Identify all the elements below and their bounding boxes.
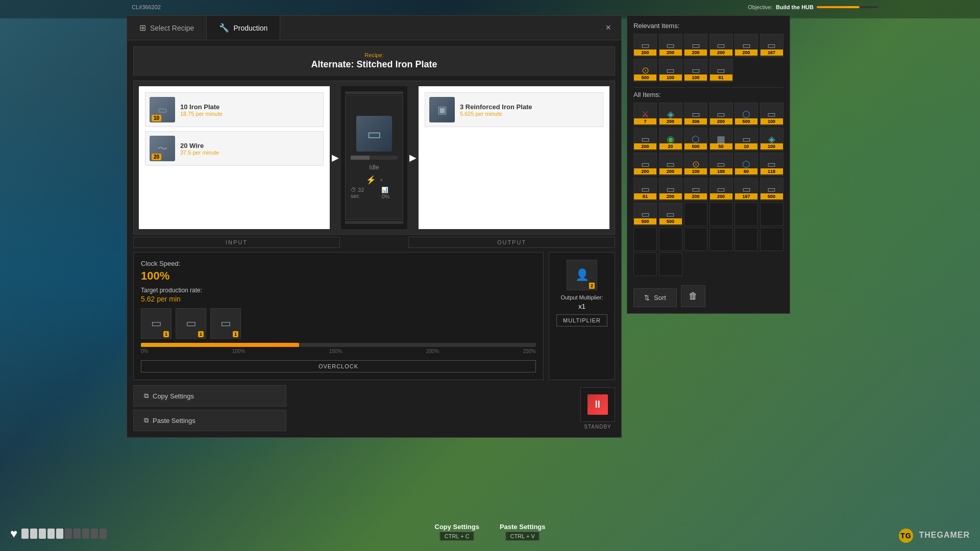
relevant-items-grid: ▭200 ▭200 ▭200 ▭200 ▭200 ▭167 ⊙500 ▭100 … bbox=[633, 34, 783, 82]
clock-item-icon-3: ▭ bbox=[220, 317, 231, 330]
item-count: 200 bbox=[634, 168, 656, 174]
objective-label: Objective: bbox=[748, 4, 773, 10]
list-item-empty bbox=[684, 203, 707, 226]
item-count: 108 bbox=[710, 168, 732, 174]
health-bar-5 bbox=[56, 529, 63, 539]
time-icon: ⏱ bbox=[351, 187, 356, 193]
copy-icon: ⧉ bbox=[144, 392, 149, 400]
list-item[interactable]: ▭200 bbox=[709, 178, 733, 201]
clock-slider-container: 0% 100% 150% 200% 250% bbox=[141, 343, 536, 354]
multiplier-button[interactable]: MULTIPLIER bbox=[556, 314, 607, 327]
list-item[interactable]: ⬡60 bbox=[734, 153, 758, 176]
list-item[interactable]: ▭108 bbox=[709, 153, 733, 176]
item-count: 200 bbox=[659, 118, 682, 124]
copy-settings-button[interactable]: ⧉ Copy Settings bbox=[133, 385, 286, 407]
slider-labels: 0% 100% 150% 200% 250% bbox=[141, 348, 536, 354]
arrow-right-btn[interactable]: ▶ bbox=[407, 150, 419, 165]
list-item[interactable]: ◈200 bbox=[659, 103, 682, 126]
list-item[interactable]: ▭200 bbox=[684, 34, 707, 57]
recipe-header: Recipe: Alternate: Stitched Iron Plate bbox=[133, 46, 615, 76]
health-bar-10 bbox=[100, 529, 107, 539]
machine-progress-fill bbox=[351, 156, 370, 160]
tab-production[interactable]: 🔧 Production bbox=[207, 16, 280, 40]
reinforced-plate-icon: ▣ bbox=[437, 104, 447, 116]
prod-rate-unit: per min bbox=[157, 295, 181, 303]
clock-item-1: ▭ 1 bbox=[141, 308, 172, 339]
list-item[interactable]: ▭100 bbox=[659, 59, 682, 82]
trash-button[interactable]: 🗑 bbox=[681, 285, 705, 307]
dialog-tabs: ⊞ Select Recipe 🔧 Production × bbox=[127, 16, 621, 40]
multiplier-count: 2 bbox=[589, 283, 595, 289]
health-icon: ♥ bbox=[10, 527, 17, 541]
health-bar-7 bbox=[74, 529, 81, 539]
list-item[interactable]: ▭200 bbox=[633, 153, 657, 176]
item-count: 200 bbox=[735, 49, 757, 56]
dialog-content: Recipe: Alternate: Stitched Iron Plate ▭… bbox=[127, 40, 621, 437]
paste-settings-button[interactable]: ⧉ Paste Settings bbox=[133, 410, 286, 431]
recipe-label: Recipe: bbox=[139, 52, 609, 58]
item-count: 81 bbox=[710, 74, 732, 81]
list-item[interactable]: ▭500 bbox=[659, 203, 682, 226]
list-item[interactable]: ▭500 bbox=[633, 203, 657, 226]
list-item[interactable]: ▭200 bbox=[659, 178, 682, 201]
output-section: ▣ 3 Reinforced Iron Plate 5.625 per minu… bbox=[419, 86, 609, 229]
list-item[interactable]: ⚔7 bbox=[633, 103, 657, 126]
objective-progress-fill bbox=[817, 6, 860, 8]
item-count: 100 bbox=[684, 168, 707, 174]
health-bar-4 bbox=[47, 529, 55, 539]
list-item[interactable]: ▭306 bbox=[684, 103, 707, 126]
machine-item-icon: ▭ bbox=[367, 125, 381, 143]
list-item[interactable]: ⊙100 bbox=[684, 153, 707, 176]
machine-body: ▭ Idle ⚡ ⏱ 32 sec bbox=[345, 95, 403, 220]
clock-label: Clock Speed: bbox=[141, 260, 536, 267]
machine-efficiency-value: 0% bbox=[381, 193, 389, 199]
list-item[interactable]: ▭167 bbox=[760, 34, 783, 57]
list-item[interactable]: ▭200 bbox=[709, 103, 733, 126]
list-item[interactable]: ▭81 bbox=[709, 59, 733, 82]
clock-item-icon-1: ▭ bbox=[151, 317, 162, 330]
list-item[interactable]: ▦50 bbox=[709, 128, 733, 151]
list-item[interactable]: ▭200 bbox=[659, 34, 682, 57]
item-count: 500 bbox=[634, 74, 656, 81]
list-item[interactable]: ▭167 bbox=[734, 178, 758, 201]
list-item[interactable]: ▭200 bbox=[684, 178, 707, 201]
list-item[interactable]: ▭100 bbox=[684, 59, 707, 82]
close-button[interactable]: × bbox=[595, 16, 621, 40]
health-bar-6 bbox=[65, 529, 72, 539]
machine-spacer bbox=[341, 237, 407, 248]
list-item[interactable]: ▭118 bbox=[760, 153, 783, 176]
efficiency-icon: 📊 bbox=[381, 187, 388, 193]
sort-button[interactable]: ⇅ Sort bbox=[633, 288, 677, 307]
tab-select-recipe[interactable]: ⊞ Select Recipe bbox=[127, 16, 207, 40]
list-item[interactable]: ⬡500 bbox=[684, 128, 707, 151]
overclock-button[interactable]: OVERCLOCK bbox=[141, 360, 536, 372]
list-item[interactable]: ▭200 bbox=[734, 34, 758, 57]
production-icon: 🔧 bbox=[219, 23, 229, 33]
production-area: ▭ 10 Iron Plate 18.75 per minute 〜 20 Wi… bbox=[133, 81, 615, 235]
list-item[interactable]: ▭500 bbox=[760, 178, 783, 201]
list-item[interactable]: ▭100 bbox=[760, 103, 783, 126]
item-count: 500 bbox=[634, 218, 656, 224]
item-count: 60 bbox=[735, 168, 757, 174]
clock-slider-track[interactable] bbox=[141, 343, 536, 347]
list-item[interactable]: ⊙500 bbox=[633, 59, 657, 82]
list-item[interactable]: ▭200 bbox=[709, 34, 733, 57]
standby-button[interactable]: ⏸ bbox=[580, 387, 615, 422]
recipe-icon: ⊞ bbox=[139, 23, 146, 33]
list-item[interactable]: ▭10 bbox=[734, 128, 758, 151]
list-item[interactable]: ◈100 bbox=[760, 128, 783, 151]
list-item[interactable]: ◉20 bbox=[659, 128, 682, 151]
arrow-left-btn[interactable]: ▶ bbox=[330, 150, 341, 165]
prod-rate-number: 5.62 bbox=[141, 295, 155, 303]
iron-plate-icon-box: ▭ bbox=[150, 97, 175, 122]
health-area: ♥ bbox=[10, 527, 107, 541]
list-item[interactable]: ▭200 bbox=[659, 153, 682, 176]
list-item-empty bbox=[659, 228, 682, 251]
list-item[interactable]: ⬡500 bbox=[734, 103, 758, 126]
list-item[interactable]: ▭81 bbox=[633, 178, 657, 201]
list-item-empty bbox=[633, 228, 657, 251]
item-count: 200 bbox=[710, 49, 732, 56]
lightning-icon: ⚡ bbox=[366, 175, 376, 185]
list-item[interactable]: ▭200 bbox=[633, 34, 657, 57]
list-item[interactable]: ▭200 bbox=[633, 128, 657, 151]
